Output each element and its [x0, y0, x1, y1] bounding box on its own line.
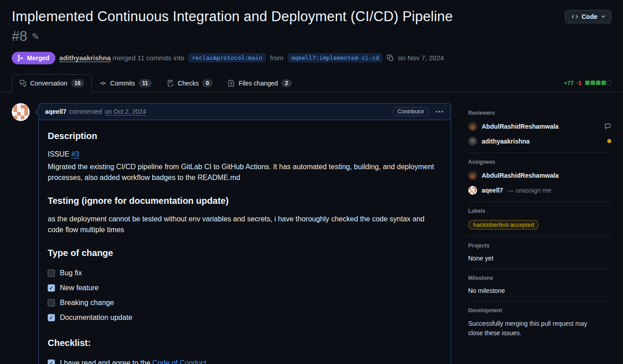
code-button[interactable]: Code — [565, 10, 611, 23]
tab-conversation[interactable]: Conversation 16 — [12, 74, 92, 92]
avatar[interactable] — [468, 186, 477, 195]
sidebar-section-reviewers: Reviewers AbdulRashidReshamwala adithyaa… — [468, 104, 611, 153]
issue-line: ISSUE #3 — [48, 149, 435, 160]
file-diff-icon — [228, 80, 235, 87]
from-word: from — [270, 54, 284, 62]
checklist-heading: Checklist: — [48, 336, 442, 350]
diff-block — [596, 81, 600, 85]
comment-header-right: Contributor ••• — [393, 107, 444, 116]
pending-review-dot-icon — [607, 139, 611, 143]
avatar[interactable] — [468, 122, 477, 131]
assignee-name[interactable]: AbdulRashidReshamwala — [482, 172, 559, 179]
list-item: New feature — [48, 281, 442, 296]
issue-link[interactable]: #3 — [71, 150, 79, 158]
avatar[interactable] — [468, 171, 477, 180]
code-icon — [571, 13, 578, 20]
assignees-heading[interactable]: Assignees — [468, 159, 611, 165]
sidebar-section-development: Development Successfully merging this pu… — [468, 301, 611, 345]
tab-files-changed-count: 2 — [281, 79, 292, 87]
pr-number: #8 — [12, 28, 27, 45]
list-item: Documentation update — [48, 310, 442, 325]
sidebar-section-projects: Projects None yet — [468, 237, 611, 269]
comment-discussion-icon — [19, 80, 27, 87]
label-hacktoberfest-accepted[interactable]: hacktoberfest-accepted — [468, 220, 539, 229]
edit-title-icon[interactable]: ✎ — [32, 31, 39, 42]
testing-heading: Testing (ignore for documentation update… — [48, 194, 442, 207]
assignee-name[interactable]: aqeell7 — [482, 187, 503, 194]
sidebar: Reviewers AbdulRashidReshamwala adithyaa… — [468, 103, 611, 345]
avatar[interactable] — [468, 137, 477, 146]
description-heading: Description — [48, 129, 442, 143]
merged-badge-label: Merged — [27, 54, 50, 62]
merge-action-text: merged 11 commits into — [113, 54, 184, 62]
projects-heading[interactable]: Projects — [468, 243, 611, 249]
unassign-link[interactable]: — unassign me — [507, 187, 551, 194]
checkbox-new-feature — [48, 284, 55, 292]
task-label: Bug fix — [60, 268, 82, 279]
task-label: New feature — [60, 283, 99, 293]
copy-branch-icon[interactable] — [387, 54, 394, 62]
labels-heading[interactable]: Labels — [468, 208, 611, 214]
reviewer-status — [604, 123, 611, 130]
list-item: I have read and agree to the Code of Con… — [48, 356, 442, 364]
assignee-row: aqeell7— unassign me — [468, 186, 611, 195]
comment-header: aqeell7 commented on Oct 2, 2024 Contrib… — [39, 103, 451, 120]
chevron-down-icon — [601, 16, 605, 18]
pr-number-line: #8 ✎ — [12, 28, 453, 45]
tab-files-changed[interactable]: Files changed 2 — [220, 74, 299, 92]
task-label: I have read and agree to the Code of Con… — [60, 358, 208, 364]
merge-date: on Nov 7, 2024 — [398, 54, 444, 62]
tab-conversation-count: 16 — [71, 79, 84, 87]
main-content: aqeell7 commented on Oct 2, 2024 Contrib… — [0, 92, 623, 364]
comment-action-text: commented — [69, 108, 102, 115]
projects-value: None yet — [468, 255, 611, 262]
head-branch-label[interactable]: aqeell7:implemented-ci-cd — [288, 53, 383, 63]
tab-checks-label: Checks — [178, 80, 199, 87]
merge-author-link[interactable]: adithyaakrishna — [59, 54, 111, 62]
reviewer-row: AbdulRashidReshamwala — [468, 122, 611, 131]
tab-commits[interactable]: Commits 11 — [92, 74, 159, 92]
comment-date-link[interactable]: on Oct 2, 2024 — [105, 108, 146, 115]
base-branch-label[interactable]: reclaimprotocol:main — [188, 53, 266, 63]
milestone-heading[interactable]: Milestone — [468, 275, 611, 281]
sidebar-section-labels: Labels hacktoberfest-accepted — [468, 202, 611, 237]
tab-files-changed-label: Files changed — [239, 80, 278, 87]
diff-block — [585, 81, 590, 85]
merged-badge: Merged — [12, 52, 55, 64]
milestone-value: No milestone — [468, 287, 611, 294]
assignee-row: AbdulRashidReshamwala — [468, 171, 611, 180]
merge-summary: adithyaakrishna merged 11 commits into — [59, 54, 184, 62]
pr-tabnav: Conversation 16 Commits 11 Checks 0 File… — [0, 74, 623, 92]
comment-body: Description ISSUE #3 Migrated the existi… — [39, 120, 451, 364]
type-of-change-heading: Type of change — [48, 246, 442, 260]
diff-block — [591, 81, 595, 85]
reviewers-heading[interactable]: Reviewers — [468, 110, 611, 116]
reviewer-name[interactable]: AbdulRashidReshamwala — [482, 123, 559, 130]
reviewer-name[interactable]: adithyaakrishna — [482, 138, 530, 145]
diff-block — [607, 81, 611, 85]
conversation-thread: aqeell7 commented on Oct 2, 2024 Contrib… — [12, 103, 451, 364]
kebab-menu-icon[interactable]: ••• — [435, 108, 444, 115]
checkbox-documentation-update — [48, 314, 55, 321]
diffstat: +77 -1 — [564, 80, 611, 86]
sidebar-section-assignees: Assignees AbdulRashidReshamwala — [468, 153, 611, 202]
code-of-conduct-link[interactable]: Code of Conduct — [152, 359, 206, 364]
comment-author-link[interactable]: aqeell7 — [45, 108, 66, 115]
comment-box: aqeell7 commented on Oct 2, 2024 Contrib… — [38, 103, 451, 364]
tab-commits-count: 11 — [139, 79, 152, 87]
task-label: Breaking change — [60, 297, 114, 308]
issue-prefix: ISSUE — [48, 150, 71, 158]
comment-bubble-icon — [604, 123, 611, 130]
description-text: Migrated the existing CI/CD pipeline fro… — [48, 162, 435, 183]
checkbox-breaking-change — [48, 299, 55, 306]
avatar[interactable] — [12, 103, 30, 121]
diffstat-blocks — [585, 81, 611, 85]
development-heading[interactable]: Development — [468, 307, 611, 314]
sidebar-section-milestone: Milestone No milestone — [468, 269, 611, 301]
tab-checks[interactable]: Checks 0 — [159, 74, 220, 92]
page-title: Implemented Continuous Integration and D… — [12, 8, 453, 26]
checkbox-bug-fix — [48, 270, 55, 277]
testing-text: as the deployment cannot be tested witho… — [48, 214, 435, 235]
type-of-change-list: Bug fix New feature Breaking change Docu… — [48, 266, 442, 325]
contributor-badge: Contributor — [393, 107, 429, 116]
